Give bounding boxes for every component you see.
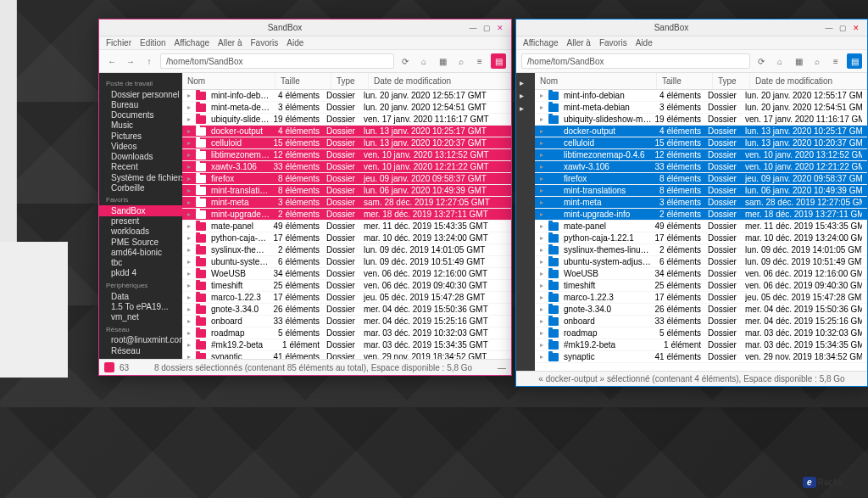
expand-icon[interactable]: ▸ xyxy=(540,329,547,337)
sidebar-item-sandbox[interactable]: SandBox xyxy=(99,205,182,215)
expand-icon[interactable]: ▸ xyxy=(540,187,547,194)
table-row[interactable]: ▸timeshift25 élémentsDossierven. 06 déc.… xyxy=(535,280,867,292)
expand-icon[interactable]: ▸ xyxy=(540,341,547,349)
sidebar-item[interactable]: root@linuxmint.com xyxy=(99,335,182,345)
reload-icon[interactable]: ⟳ xyxy=(398,53,413,69)
back-icon[interactable]: ← xyxy=(104,53,120,69)
forward-icon[interactable]: → xyxy=(123,53,138,69)
table-row[interactable]: ▸mint-info-debian4 élémentsDossierlun. 2… xyxy=(182,90,511,102)
col-size[interactable]: Taille xyxy=(275,73,331,89)
expand-icon[interactable]: ▸ xyxy=(187,341,194,349)
col-date[interactable]: Date de modification xyxy=(750,73,867,89)
expand-icon[interactable]: ▸ xyxy=(187,234,194,242)
table-row[interactable]: ▸mint-translations8 élémentsDossierlun. … xyxy=(535,185,867,197)
file-manager-window-blue[interactable]: SandBox — ▢ ✕ Affichage Aller à Favoris … xyxy=(515,19,868,387)
col-name[interactable]: Nom xyxy=(182,73,275,89)
column-headers[interactable]: Nom Taille Type Date de modification xyxy=(535,73,867,90)
table-row[interactable]: ▸mint-translations8 élémentsDossierlun. … xyxy=(182,185,511,197)
table-row[interactable]: ▸mate-panel49 élémentsDossiermer. 11 déc… xyxy=(535,221,867,232)
table-row[interactable]: ▸mint-meta3 élémentsDossiersam. 28 déc. … xyxy=(535,197,867,209)
table-row[interactable]: ▸syslinux-themes-linuxmi...2 élémentsDos… xyxy=(182,244,511,256)
expand-icon[interactable]: ▸ xyxy=(540,258,547,266)
zoom-icon[interactable]: — xyxy=(498,363,506,372)
expand-icon[interactable]: ▸ xyxy=(540,151,547,159)
expand-icon[interactable]: ▸ xyxy=(540,353,547,361)
close-button[interactable]: ✕ xyxy=(850,22,862,34)
expand-icon[interactable]: ▸ xyxy=(187,294,194,301)
expand-icon[interactable]: ▸ xyxy=(540,270,547,277)
view-list-icon[interactable]: ≡ xyxy=(472,53,487,69)
titlebar[interactable]: SandBox — ▢ ✕ xyxy=(516,20,867,36)
table-row[interactable]: ▸mint-meta-debian3 élémentsDossierlun. 2… xyxy=(535,102,867,114)
table-row[interactable]: ▸mint-meta3 élémentsDossiersam. 28 déc. … xyxy=(182,197,511,209)
expand-icon[interactable]: ▸ xyxy=(187,92,194,99)
path-input[interactable]: /home/tom/SandBox xyxy=(521,53,750,69)
sidebar-item[interactable]: Data xyxy=(99,291,182,301)
table-row[interactable]: ▸synaptic41 élémentsDossierven. 29 nov. … xyxy=(535,351,867,363)
maximize-button[interactable]: ▢ xyxy=(837,22,849,34)
reload-icon[interactable]: ⟳ xyxy=(754,53,769,69)
expand-icon[interactable]: ▸ xyxy=(187,222,194,230)
sidebar-icon[interactable]: ▸ xyxy=(516,102,535,115)
expand-icon[interactable]: ▸ xyxy=(540,305,547,313)
sidebar-item[interactable]: Corbeille xyxy=(99,182,182,193)
sidebar-item[interactable]: present xyxy=(99,216,182,227)
table-row[interactable]: ▸ubuntu-system-adjustme...6 élémentsDoss… xyxy=(535,256,867,268)
col-date[interactable]: Date de modification xyxy=(369,73,511,89)
expand-icon[interactable]: ▸ xyxy=(187,115,194,123)
table-row[interactable]: ▸mate-panel49 élémentsDossiermer. 11 déc… xyxy=(182,221,511,232)
up-icon[interactable]: ↑ xyxy=(142,53,157,69)
menu-item[interactable]: Aide xyxy=(287,38,303,48)
expand-icon[interactable]: ▸ xyxy=(540,317,547,325)
expand-icon[interactable]: ▸ xyxy=(187,246,194,254)
menu-item[interactable]: Affichage xyxy=(523,38,559,48)
col-size[interactable]: Taille xyxy=(657,73,713,89)
new-folder-icon[interactable]: ▦ xyxy=(435,53,450,69)
table-row[interactable]: ▸syslinux-themes-linuxmi...2 élémentsDos… xyxy=(535,244,867,256)
expand-icon[interactable]: ▸ xyxy=(540,282,547,289)
table-row[interactable]: ▸marco-1.22.317 élémentsDossierjeu. 05 d… xyxy=(182,292,511,304)
sidebar-item[interactable]: pkdd 4 xyxy=(99,268,182,278)
table-row[interactable]: ▸mint-upgrade-info2 élémentsDossiermer. … xyxy=(182,209,511,221)
expand-icon[interactable]: ▸ xyxy=(540,92,547,99)
table-row[interactable]: ▸roadmap5 élémentsDossiermar. 03 déc. 20… xyxy=(535,327,867,339)
expand-icon[interactable]: ▸ xyxy=(187,305,194,313)
expand-icon[interactable]: ▸ xyxy=(540,163,547,171)
table-row[interactable]: ▸libtimezonemap-0.4.612 élémentsDossierv… xyxy=(182,149,511,161)
sidebar-item[interactable]: Music xyxy=(99,120,182,131)
expand-icon[interactable]: ▸ xyxy=(187,127,194,135)
sidebar-icon[interactable]: ▸ xyxy=(516,76,535,89)
menu-item[interactable]: Edition xyxy=(140,38,166,48)
sidebar-item[interactable]: 1.5 To ePA19... xyxy=(99,301,182,311)
search-icon[interactable]: ⌕ xyxy=(453,53,469,69)
expand-icon[interactable]: ▸ xyxy=(540,139,547,147)
expand-icon[interactable]: ▸ xyxy=(187,199,194,206)
sidebar-item[interactable]: Videos xyxy=(99,141,182,151)
expand-icon[interactable]: ▸ xyxy=(540,234,547,242)
maximize-button[interactable]: ▢ xyxy=(481,22,492,34)
sidebar-item[interactable]: tbc xyxy=(99,258,182,268)
expand-icon[interactable]: ▸ xyxy=(540,104,547,111)
table-row[interactable]: ▸firefox8 élémentsDossierjeu. 09 janv. 2… xyxy=(182,173,511,185)
table-row[interactable]: ▸mint-upgrade-info2 élémentsDossiermer. … xyxy=(535,209,867,221)
minimize-button[interactable]: — xyxy=(823,22,835,34)
table-row[interactable]: ▸gnote-3.34.026 élémentsDossiermer. 04 d… xyxy=(535,304,867,316)
table-row[interactable]: ▸#mk19.2-beta1 élémentDossiermar. 03 déc… xyxy=(182,339,511,351)
view-active-icon[interactable]: ▤ xyxy=(847,53,862,69)
table-row[interactable]: ▸ubiquity-slideshow-mint-...19 élémentsD… xyxy=(535,114,867,126)
expand-icon[interactable]: ▸ xyxy=(187,329,194,337)
home-icon[interactable]: ⌂ xyxy=(416,53,431,69)
expand-icon[interactable]: ▸ xyxy=(540,210,547,218)
search-icon[interactable]: ⌕ xyxy=(810,53,825,69)
col-type[interactable]: Type xyxy=(713,73,750,89)
table-row[interactable]: ▸timeshift25 élémentsDossierven. 06 déc.… xyxy=(182,280,511,292)
table-row[interactable]: ▸libtimezonemap-0.4.612 élémentsDossierv… xyxy=(535,149,867,161)
sidebar-item[interactable]: Dossier personnel xyxy=(99,89,182,99)
sidebar-item[interactable]: amd64-bionic xyxy=(99,247,182,257)
table-row[interactable]: ▸xawtv-3.10633 élémentsDossierven. 10 ja… xyxy=(535,161,867,173)
expand-icon[interactable]: ▸ xyxy=(187,139,194,147)
column-headers[interactable]: Nom Taille Type Date de modification xyxy=(182,73,511,90)
sidebar-item[interactable]: vm_net xyxy=(99,311,182,322)
table-row[interactable]: ▸#mk19.2-beta1 élémentDossiermar. 03 déc… xyxy=(535,339,867,351)
table-row[interactable]: ▸synaptic41 élémentsDossierven. 29 nov. … xyxy=(182,351,511,359)
